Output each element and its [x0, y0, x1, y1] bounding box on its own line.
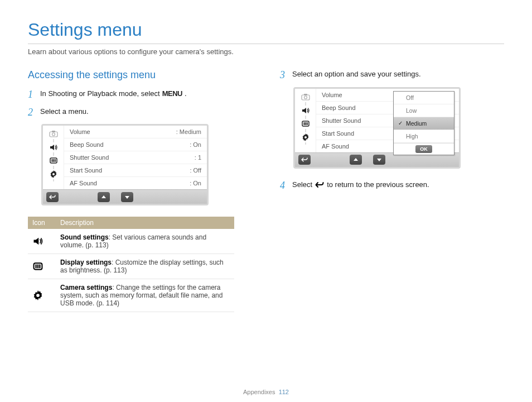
- step-number: 4: [280, 180, 292, 192]
- step-number: 1: [28, 89, 40, 101]
- back-icon: [298, 155, 311, 165]
- svg-rect-10: [37, 265, 38, 269]
- step-text-before: Select: [292, 180, 312, 190]
- svg-point-20: [304, 136, 307, 138]
- svg-rect-2: [52, 131, 55, 132]
- svg-rect-9: [35, 265, 36, 269]
- menu-row: Start Sound: Off: [64, 164, 207, 177]
- page-title: Settings menu: [28, 20, 504, 44]
- row-title: Display settings: [60, 259, 112, 266]
- page-footer: Appendixes 112: [0, 389, 532, 395]
- svg-point-1: [52, 133, 55, 136]
- svg-rect-6: [55, 159, 56, 162]
- display-icon: [28, 254, 56, 279]
- option-popup: Off Low Medium High OK: [393, 91, 454, 155]
- section-heading: Accessing the settings menu: [28, 69, 252, 81]
- svg-rect-4: [51, 159, 52, 162]
- option-medium: Medium: [394, 117, 454, 130]
- table-row: Camera settings: Change the settings for…: [28, 279, 234, 312]
- option-low: Low: [394, 104, 454, 117]
- sound-icon: [47, 142, 60, 152]
- step-text: Select an option and save your settings.: [292, 69, 421, 79]
- step-text: In Shooting or Playback mode, select MEN…: [40, 89, 187, 99]
- back-icon: [46, 192, 59, 202]
- table-header-desc: Description: [56, 217, 234, 229]
- down-arrow-icon: [373, 155, 385, 165]
- step-number: 3: [280, 69, 292, 82]
- back-icon: [315, 181, 325, 189]
- gear-icon: [299, 132, 312, 142]
- svg-rect-0: [50, 132, 57, 137]
- down-arrow-icon: [121, 192, 133, 202]
- menu-tabs: [43, 126, 64, 189]
- camera-mode-icon: [299, 92, 312, 102]
- svg-point-12: [36, 294, 40, 297]
- option-high: High: [394, 130, 454, 143]
- menu-row: Shutter Sound: 1: [64, 151, 207, 164]
- option-ok: OK: [394, 143, 454, 155]
- sound-icon: [299, 106, 312, 116]
- menu-list: Volume: Medium Beep Sound: On Shutter So…: [64, 126, 207, 189]
- gear-icon: [47, 169, 60, 179]
- camera-menu-screenshot-2: Volume Beep Sound Shutter Sound Start So…: [293, 87, 461, 169]
- camera-menu-screenshot-1: Volume: Medium Beep Sound: On Shutter So…: [41, 124, 209, 205]
- svg-rect-13: [302, 95, 309, 100]
- svg-rect-17: [303, 122, 304, 125]
- svg-rect-19: [307, 122, 308, 125]
- step-4: 4 Select to return to the previous scree…: [280, 180, 504, 192]
- step-text-after: .: [185, 89, 187, 99]
- step-text: Select to return to the previous screen.: [292, 180, 429, 190]
- up-arrow-icon: [350, 155, 362, 165]
- option-off: Off: [394, 92, 454, 104]
- footer-label: Appendixes: [243, 389, 275, 395]
- icon-description-table: Icon Description Sound settings: Set var…: [28, 217, 234, 312]
- up-arrow-icon: [98, 192, 110, 202]
- row-title: Sound settings: [60, 233, 109, 241]
- page-subtitle: Learn about various options to configure…: [28, 47, 504, 56]
- table-row: Display settings: Customize the display …: [28, 254, 234, 279]
- menu-row: AF Sound: On: [64, 177, 207, 189]
- menu-footer: [43, 189, 207, 204]
- display-icon: [299, 119, 312, 129]
- svg-point-7: [52, 173, 55, 175]
- step-1: 1 In Shooting or Playback mode, select M…: [28, 89, 252, 101]
- svg-point-14: [304, 96, 307, 99]
- svg-rect-18: [305, 122, 306, 125]
- page-number: 112: [279, 389, 289, 395]
- step-3: 3 Select an option and save your setting…: [280, 69, 504, 82]
- camera-mode-icon: [47, 129, 60, 139]
- step-text-before: In Shooting or Playback mode, select: [40, 89, 160, 99]
- gear-icon: [28, 279, 56, 312]
- table-row: Sound settings: Set various camera sound…: [28, 229, 234, 254]
- sound-icon: [28, 229, 56, 254]
- step-number: 2: [28, 107, 40, 119]
- ok-button-icon: OK: [415, 145, 432, 153]
- row-title: Camera settings: [60, 284, 112, 291]
- svg-rect-15: [304, 94, 307, 95]
- display-icon: [47, 156, 60, 166]
- step-text: Select a menu.: [40, 107, 89, 117]
- svg-rect-5: [53, 159, 54, 162]
- step-2: 2 Select a menu.: [28, 107, 252, 119]
- menu-row: Beep Sound: On: [64, 138, 207, 151]
- table-header-icon: Icon: [28, 217, 56, 229]
- menu-tabs: [295, 89, 316, 152]
- svg-rect-11: [39, 265, 40, 269]
- menu-label-icon: MENU: [162, 89, 182, 99]
- menu-row: Volume: Medium: [64, 126, 207, 138]
- step-text-after: to return to the previous screen.: [327, 180, 429, 190]
